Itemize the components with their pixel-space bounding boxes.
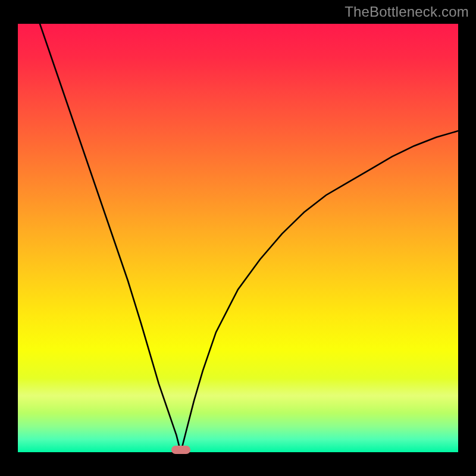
- minimum-marker: [171, 446, 190, 454]
- chart-frame: TheBottleneck.com: [0, 0, 476, 476]
- watermark-text: TheBottleneck.com: [345, 4, 469, 20]
- plot-area: [18, 24, 458, 452]
- bottleneck-curve: [18, 24, 458, 452]
- highlight-band: [18, 378, 458, 413]
